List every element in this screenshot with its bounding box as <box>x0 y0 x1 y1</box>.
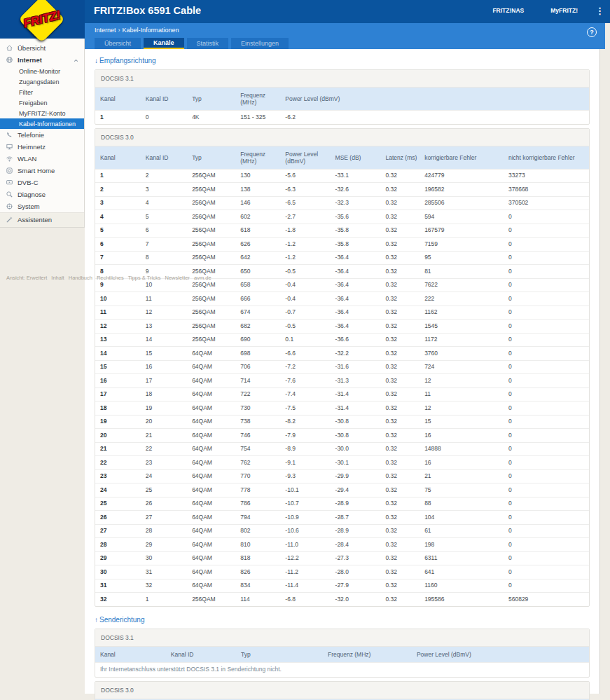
cell-mse-db: -28.9 <box>331 524 381 538</box>
sidebar-item-system[interactable]: System <box>0 200 84 212</box>
cell-kanal: 17 <box>95 387 141 402</box>
sidebar-item-myfritz-konto[interactable]: MyFRITZ!-Konto <box>0 108 84 118</box>
cell-power-level-dbmv: -1.2 <box>280 238 330 252</box>
table-row: 293064QAM818-12.2-27.30.3263110 <box>95 551 589 565</box>
cell-latenz-ms: 0.32 <box>380 169 420 183</box>
cell-nicht-korrigierbare-fehler: 0 <box>504 551 589 565</box>
footer-link-avm-de[interactable]: avm.de <box>194 275 212 281</box>
footer-link-handbuch[interactable]: Handbuch <box>69 275 92 281</box>
sidebar-item-zugangsdaten[interactable]: Zugangsdaten <box>0 76 84 87</box>
cell-kanal: 1 <box>95 111 141 124</box>
tab-bar: ÜbersichtKanäleStatistikEinstellungen <box>95 38 289 49</box>
sidebar-item-heimnetz[interactable]: Heimnetz <box>0 141 84 153</box>
cell-frequenz-mhz: 682 <box>235 320 280 334</box>
kebab-menu-icon[interactable]: ⋮ <box>595 5 604 18</box>
cell-power-level-dbmv: -0.7 <box>280 306 330 320</box>
cell-nicht-korrigierbare-fehler: 0 <box>504 306 589 320</box>
cell-kanal-id: 29 <box>141 538 187 552</box>
cell-nicht-korrigierbare-fehler: 0 <box>504 251 589 265</box>
footer-link-newsletter[interactable]: Newsletter <box>165 275 190 281</box>
sidebar-item-kabel-informationen[interactable]: Kabel-Informationen <box>0 118 84 129</box>
column-header-frequenz-mhz: Frequenz (MHz) <box>235 146 280 170</box>
cell-frequenz-mhz: 834 <box>235 579 280 593</box>
cell-kanal-id: 3 <box>141 183 187 197</box>
cell-power-level-dbmv: -8.2 <box>280 415 330 429</box>
myfritz-link[interactable]: MyFRITZ! <box>550 7 578 14</box>
cell-nicht-korrigierbare-fehler: 0 <box>504 456 589 470</box>
sidebar-item-filter[interactable]: Filter <box>0 87 84 97</box>
cell-frequenz-mhz: 810 <box>235 538 280 552</box>
table-row: 1314256QAM6900.1-36.60.3211720 <box>95 333 589 347</box>
footer-link-rechtliches[interactable]: Rechtliches <box>97 275 124 281</box>
cell-typ: 4K <box>187 111 235 124</box>
cell-nicht-korrigierbare-fehler: 0 <box>504 224 589 238</box>
table-row: 104K151 - 325-6.2 <box>95 111 589 124</box>
tab-statistik[interactable]: Statistik <box>187 38 229 49</box>
cell-kanal: 10 <box>95 292 141 306</box>
cell-korrigierbare-fehler: 15 <box>420 415 504 429</box>
sidebar-item-assistenten[interactable]: Assistenten <box>0 212 84 227</box>
cell-latenz-ms: 0.32 <box>380 333 420 347</box>
sidebar-item-telefonie[interactable]: Telefonie <box>0 129 84 141</box>
sidebar-item-online-monitor[interactable]: Online-Monitor <box>0 66 84 76</box>
cell-kanal-id: 27 <box>141 511 187 525</box>
tab-kanale[interactable]: Kanäle <box>144 38 184 49</box>
cell-frequenz-mhz: 130 <box>235 169 280 183</box>
footer-link-ansicht-erweitert[interactable]: Ansicht: Erweitert <box>6 275 47 281</box>
sidebar: ÜbersichtInternetOnline-MonitorZugangsda… <box>0 39 85 282</box>
cell-kanal-id: 19 <box>141 402 187 416</box>
cell-kanal-id: 7 <box>141 238 187 252</box>
downstream-docsis30-box: DOCSIS 3.0 KanalKanal IDTypFrequenz (MHz… <box>95 128 590 607</box>
cell-mse-db: -32.3 <box>331 196 381 210</box>
chevron-up-icon[interactable] <box>73 57 79 64</box>
cell-korrigierbare-fehler: 61 <box>420 524 504 538</box>
cell-power-level-dbmv: -2.7 <box>280 210 330 224</box>
cell-power-level-dbmv: -10.7 <box>280 497 330 511</box>
table-row: 212264QAM754-8.9-30.00.32148880 <box>95 442 589 456</box>
fritz-logo[interactable]: FRITZ! <box>14 1 70 39</box>
cell-mse-db: -27.3 <box>331 551 381 565</box>
footer-link-inhalt[interactable]: Inhalt <box>51 275 64 281</box>
cell-kanal: 22 <box>95 456 141 470</box>
sidebar-item-diagnose[interactable]: Diagnose <box>0 188 84 200</box>
cell-mse-db: -28.0 <box>331 565 381 579</box>
cell-power-level-dbmv: -6.5 <box>280 196 330 210</box>
cell-typ: 256QAM <box>187 238 235 252</box>
cell-power-level-dbmv: -11.0 <box>280 538 330 552</box>
column-header-kanal: Kanal <box>95 88 141 111</box>
cell-korrigierbare-fehler: 641 <box>420 565 504 579</box>
table-row: 313264QAM834-11.4-27.90.3211600 <box>95 579 589 593</box>
cell-typ: 64QAM <box>187 483 235 497</box>
sidebar-item-dvb-c[interactable]: DVB-C <box>0 177 84 188</box>
breadcrumb-section[interactable]: Internet <box>95 27 116 34</box>
cell-power-level-dbmv: -7.2 <box>280 360 330 374</box>
diagnose-icon <box>6 191 13 198</box>
column-header-nicht-korrigierbare-fehler: nicht korrigierbare Fehler <box>504 146 589 170</box>
cell-nicht-korrigierbare-fehler: 0 <box>504 210 589 224</box>
cell-mse-db: -35.8 <box>331 238 381 252</box>
cell-latenz-ms: 0.32 <box>380 565 420 579</box>
sidebar-item-smart-home[interactable]: Smart Home <box>0 165 84 177</box>
down-arrow-icon: ↓ <box>95 57 98 64</box>
cell-latenz-ms: 0.32 <box>380 183 420 197</box>
cell-nicht-korrigierbare-fehler: 0 <box>504 238 589 252</box>
fritznas-link[interactable]: FRITZ!NAS <box>492 7 524 14</box>
tab-einstellungen[interactable]: Einstellungen <box>231 38 289 49</box>
cell-latenz-ms: 0.32 <box>380 402 420 416</box>
table-row: 252664QAM786-10.7-28.90.32880 <box>95 497 589 511</box>
footer-link-tipps-tricks[interactable]: Tipps & Tricks <box>128 275 161 281</box>
cell-frequenz-mhz: 826 <box>235 565 280 579</box>
cell-mse-db: -31.4 <box>331 387 381 402</box>
cell-korrigierbare-fehler: 424779 <box>420 169 504 183</box>
sidebar-item-ubersicht[interactable]: Übersicht <box>0 42 84 54</box>
sidebar-item-wlan[interactable]: WLAN <box>0 153 84 165</box>
help-icon[interactable]: ? <box>587 27 597 37</box>
tab-ubersicht[interactable]: Übersicht <box>95 38 141 49</box>
sidebar-item-freigaben[interactable]: Freigaben <box>0 97 84 108</box>
sidebar-item-internet[interactable]: Internet <box>0 54 84 66</box>
table-row: 232464QAM770-9.3-29.90.32210 <box>95 469 589 483</box>
table-row: 1011256QAM666-0.4-36.40.322220 <box>95 292 589 306</box>
cell-korrigierbare-fehler: 75 <box>420 483 504 497</box>
tv-icon <box>6 179 13 186</box>
cell-mse-db: -36.4 <box>331 306 381 320</box>
